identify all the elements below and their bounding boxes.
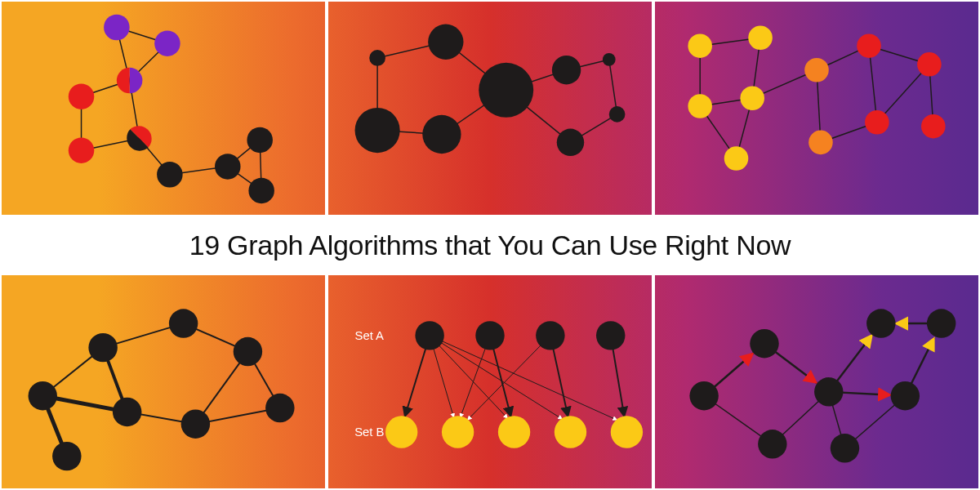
node-purple bbox=[154, 30, 180, 56]
graph-bipartite: Set A Set B bbox=[328, 275, 652, 488]
panel-community-coloring bbox=[0, 0, 327, 216]
graph-community bbox=[2, 2, 325, 215]
node-a bbox=[475, 321, 504, 350]
node-yellow bbox=[724, 146, 749, 171]
node-purple bbox=[104, 15, 130, 41]
node-red bbox=[865, 110, 889, 135]
panel-directed-path bbox=[653, 274, 980, 490]
node-yellow bbox=[688, 33, 712, 58]
node-b bbox=[442, 416, 474, 448]
node-yellow bbox=[748, 26, 773, 51]
node-a bbox=[596, 321, 625, 350]
node-b bbox=[611, 416, 643, 448]
red-arrows bbox=[704, 344, 890, 396]
nodes bbox=[689, 309, 956, 462]
node bbox=[891, 381, 920, 410]
panel-centrality bbox=[327, 0, 653, 216]
node-b bbox=[498, 416, 530, 448]
node-red bbox=[921, 114, 946, 139]
node-red bbox=[69, 137, 95, 163]
page-title: 19 Graph Algorithms that You Can Use Rig… bbox=[189, 229, 791, 261]
node bbox=[88, 333, 117, 362]
node bbox=[355, 108, 400, 153]
node bbox=[52, 442, 81, 470]
set-b-nodes bbox=[385, 416, 643, 448]
node bbox=[689, 381, 718, 410]
panel-color-clusters bbox=[653, 0, 980, 216]
node-a bbox=[415, 321, 443, 350]
set-a-label: Set A bbox=[355, 329, 384, 342]
node-b bbox=[385, 416, 417, 448]
node bbox=[479, 63, 533, 118]
node-red bbox=[857, 33, 881, 58]
node bbox=[758, 430, 786, 458]
node bbox=[927, 309, 956, 337]
nodes bbox=[688, 26, 945, 171]
node bbox=[265, 394, 294, 422]
graph-color-clusters bbox=[655, 2, 978, 215]
node bbox=[234, 337, 262, 366]
node-a bbox=[536, 321, 564, 350]
panel-grid: 19 Graph Algorithms that You Can Use Rig… bbox=[0, 0, 980, 490]
node bbox=[428, 24, 463, 60]
nodes bbox=[69, 15, 274, 203]
graph-weighted bbox=[2, 275, 325, 488]
plain-edges bbox=[704, 392, 905, 448]
node bbox=[113, 398, 141, 426]
node-yellow bbox=[740, 86, 764, 110]
panel-bipartite: Set A Set B bbox=[327, 274, 653, 490]
node-orange bbox=[804, 58, 829, 82]
node-half-red-purple bbox=[117, 68, 143, 94]
graph-directed bbox=[655, 275, 978, 488]
node bbox=[169, 309, 198, 337]
node bbox=[557, 129, 584, 156]
node-black bbox=[247, 127, 273, 154]
svg-line-49 bbox=[430, 336, 617, 420]
node bbox=[750, 329, 778, 358]
node-red bbox=[917, 52, 942, 77]
nodes bbox=[29, 309, 295, 470]
set-b-label: Set B bbox=[354, 425, 384, 439]
svg-line-20 bbox=[609, 60, 617, 114]
node-black bbox=[215, 154, 241, 180]
nodes bbox=[355, 24, 626, 157]
white-arrows bbox=[430, 336, 617, 420]
node bbox=[422, 115, 461, 154]
title-band: 19 Graph Algorithms that You Can Use Rig… bbox=[0, 216, 980, 274]
node-half-red-black bbox=[127, 126, 151, 150]
panel-weighted-edges bbox=[0, 274, 327, 490]
node-yellow bbox=[688, 94, 712, 118]
node bbox=[814, 377, 843, 406]
node bbox=[181, 409, 210, 438]
black-arrows bbox=[405, 336, 625, 416]
node bbox=[552, 56, 581, 84]
node bbox=[831, 434, 859, 462]
node bbox=[369, 50, 385, 66]
node-red bbox=[69, 83, 95, 109]
node bbox=[29, 381, 57, 410]
node-black bbox=[157, 162, 183, 188]
set-a-nodes bbox=[415, 321, 625, 350]
graph-centrality bbox=[328, 2, 652, 215]
node-black bbox=[248, 178, 274, 204]
node bbox=[603, 53, 616, 66]
node bbox=[866, 309, 895, 337]
node-orange bbox=[808, 131, 833, 155]
node-b bbox=[555, 416, 586, 448]
node bbox=[609, 106, 626, 122]
